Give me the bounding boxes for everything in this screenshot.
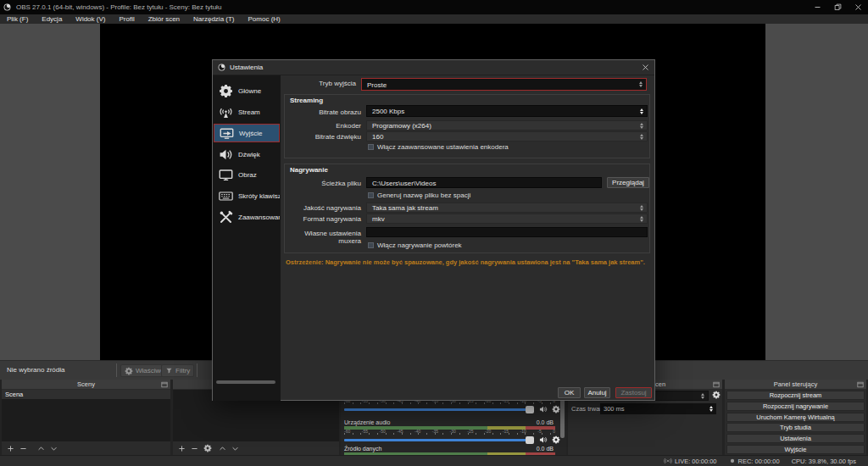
quality-select[interactable]: Taka sama jak stream (366, 202, 648, 213)
mute-speaker-icon[interactable] (539, 435, 548, 444)
gear-icon (125, 367, 133, 375)
remove-source-button[interactable] (191, 445, 198, 452)
source-down-button[interactable] (231, 445, 239, 452)
restore-button[interactable] (827, 0, 848, 14)
dialog-title: Ustawienia (230, 64, 263, 71)
channel-gear-icon[interactable] (552, 435, 560, 444)
scenes-dock: Sceny Scena (2, 380, 170, 455)
settings-tab-stream[interactable]: Stream (214, 103, 280, 121)
streaming-group: Streaming Bitrate obrazu 2500 Kbps Enkod… (284, 94, 650, 158)
spinner-arrows-icon[interactable] (699, 391, 706, 400)
settings-tab-label: Skróty klawiszowe (238, 192, 280, 200)
settings-tab-obraz[interactable]: Obraz (214, 165, 280, 184)
output-mode-select[interactable]: Proste (361, 78, 647, 91)
warning-text: Ostrzeżenie: Nagrywanie nie może być spa… (286, 258, 650, 266)
add-source-button[interactable] (178, 445, 186, 452)
menu-item-3[interactable]: Profil (112, 14, 141, 24)
source-up-button[interactable] (219, 445, 226, 452)
cancel-button-label: Anuluj (587, 389, 606, 397)
settings-tab-zaawansowane[interactable]: Zaawansowane (214, 208, 280, 226)
no-space-checkbox[interactable] (368, 192, 374, 198)
format-select[interactable]: mkv (366, 214, 648, 224)
volume-slider-handle[interactable] (526, 436, 534, 444)
rec-status: REC: 00:00:00 (738, 458, 780, 465)
menu-item-0[interactable]: Plik (F) (0, 14, 35, 24)
control-button-3[interactable]: Tryb studia (726, 423, 865, 432)
encoder-select[interactable]: Programowy (x264) (366, 120, 648, 130)
control-button-1[interactable]: Rozpocznij nagrywanie (726, 402, 865, 411)
file-path-input[interactable]: C:\Users\user\Videos (366, 177, 602, 188)
sidebar-hscrollbar[interactable] (216, 380, 275, 384)
spinner-arrows-icon[interactable] (638, 106, 645, 116)
scene-list-item[interactable]: Scena (2, 390, 170, 399)
control-button-0[interactable]: Rozpocznij stream (726, 391, 865, 400)
muxer-label: Własne ustawienia muxera (285, 230, 361, 245)
controls-dock-header: Panel sterujący (725, 380, 866, 390)
dock-pin-icon[interactable] (713, 381, 720, 388)
mixer-channel-header: Źródło danych0.0 dB (344, 446, 554, 452)
scene-up-button[interactable] (37, 445, 45, 452)
spinner-arrows-icon[interactable] (637, 79, 644, 90)
volume-slider[interactable] (344, 439, 534, 441)
spinner-arrows-icon[interactable] (638, 121, 645, 130)
volume-slider-handle[interactable] (526, 406, 534, 413)
advanced-encoder-checkbox[interactable] (368, 144, 374, 150)
spinner-arrows-icon[interactable] (638, 132, 645, 141)
monitor-icon (219, 168, 233, 182)
mixer-channel-db: 0.0 dB (537, 419, 554, 425)
transition-gear-icon[interactable] (712, 391, 721, 399)
menu-item-5[interactable]: Narzędzia (T) (186, 14, 241, 24)
channel-gear-icon[interactable] (552, 405, 560, 413)
control-button-2[interactable]: Uruchom Kamerę Wirtualną (726, 413, 865, 422)
dialog-close-icon[interactable] (642, 64, 649, 71)
file-path-label: Ścieżka pliku (285, 180, 361, 187)
ok-button[interactable]: OK (558, 387, 581, 398)
spinner-arrows-icon[interactable] (638, 214, 645, 223)
video-bitrate-input[interactable]: 2500 Kbps (366, 105, 648, 117)
stream-antenna-icon (219, 105, 233, 119)
quality-label: Jakość nagrywania (285, 204, 361, 212)
apply-button[interactable]: Zastosuj (615, 387, 652, 398)
audio-bitrate-label: Bitrate dźwięku (285, 133, 361, 141)
replay-checkbox[interactable] (368, 242, 374, 248)
remove-scene-button[interactable] (19, 445, 27, 452)
cpu-status: CPU: 39.8%, 30.00 fps (792, 458, 856, 465)
dock-pin-icon[interactable] (857, 381, 864, 388)
browse-button[interactable]: Przeglądaj (607, 177, 649, 188)
audio-bitrate-select[interactable]: 160 (366, 131, 648, 141)
filters-button[interactable]: Filtry (161, 364, 194, 377)
cancel-button[interactable]: Anuluj (584, 387, 610, 398)
controls-dock: Panel sterujący Rozpocznij streamRozpocz… (725, 380, 866, 455)
minimize-button[interactable] (807, 0, 827, 14)
scene-down-button[interactable] (50, 445, 58, 452)
mixer-scrollbar[interactable] (560, 399, 565, 438)
spinner-arrows-icon[interactable] (708, 403, 715, 414)
menu-item-6[interactable]: Pomoc (H) (242, 14, 287, 24)
settings-tab-label: Dźwięk (238, 151, 260, 158)
toolbar-separator (197, 363, 198, 377)
spinner-arrows-icon[interactable] (638, 203, 645, 212)
dialog-titlebar: Ustawienia (213, 60, 654, 75)
scenes-dock-title: Sceny (77, 380, 95, 388)
menu-item-2[interactable]: Widok (V) (69, 14, 112, 24)
source-properties-button[interactable] (203, 444, 212, 452)
format-value: mkv (372, 215, 385, 223)
mixer-channel: Urządzenie audio0.0 dB-60-55-50-45-40-35… (344, 419, 561, 445)
video-bitrate-label: Bitrate obrazu (285, 108, 361, 116)
settings-tab-wyj-cie[interactable]: Wyjście (214, 124, 280, 142)
menu-item-1[interactable]: Edycja (35, 14, 69, 24)
dock-pin-icon[interactable] (161, 381, 168, 388)
close-button[interactable] (848, 0, 868, 14)
mute-speaker-icon[interactable] (539, 405, 548, 413)
control-button-4[interactable]: Ustawienia (726, 434, 865, 443)
volume-slider[interactable] (344, 408, 534, 411)
duration-input[interactable]: 300 ms (600, 403, 716, 414)
menu-item-4[interactable]: Zbiór scen (142, 14, 186, 24)
muxer-input[interactable] (366, 227, 648, 237)
settings-tab-skr-ty-klawiszowe[interactable]: Skróty klawiszowe (214, 186, 280, 205)
control-button-5[interactable]: Wyjście (726, 445, 865, 454)
volume-slider-row (344, 405, 561, 414)
add-scene-button[interactable] (7, 445, 14, 452)
settings-tab-d-wi-k[interactable]: Dźwięk (214, 145, 280, 164)
sources-toolbar (173, 441, 339, 455)
